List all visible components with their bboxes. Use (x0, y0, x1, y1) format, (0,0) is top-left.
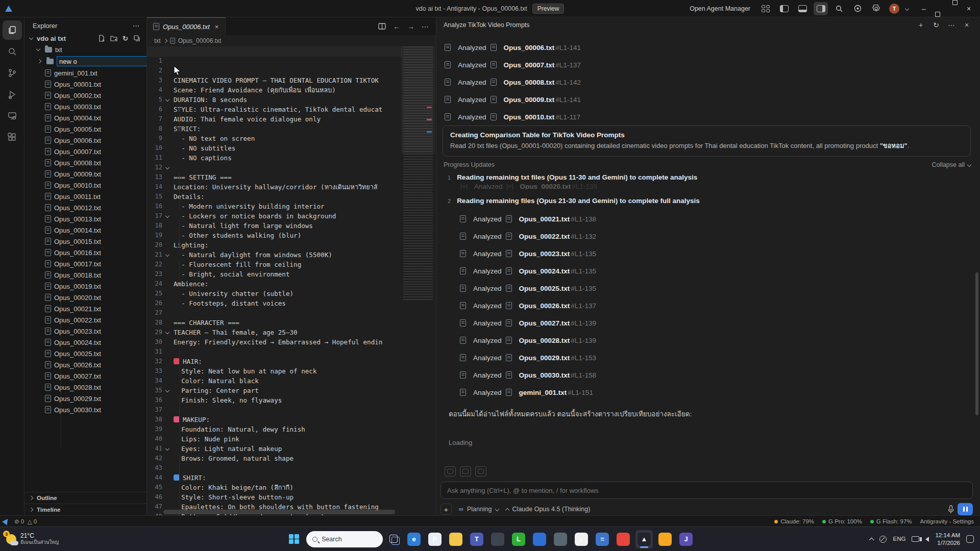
remote-explorer-icon[interactable] (3, 106, 22, 126)
history-icon[interactable]: ↻ (930, 19, 942, 31)
analyzed-file[interactable]: gemini_001.txt (519, 389, 567, 396)
folder-txt[interactable]: txt (24, 44, 146, 55)
settings-link[interactable]: Antigravity - Settings (920, 518, 974, 524)
file-tree-item[interactable]: Opus_00019.txt (24, 281, 146, 292)
explorer-more-icon[interactable]: ⋯ (133, 22, 139, 30)
quota-metric[interactable]: G Flash: 97% (870, 518, 912, 524)
file-tree-item[interactable]: Opus_00013.txt (24, 213, 146, 224)
file-tree-item[interactable]: Opus_00005.txt (24, 123, 146, 135)
notification-center-icon[interactable] (966, 535, 974, 543)
file-tree-item[interactable]: Opus_00025.txt (24, 348, 146, 359)
file-tree-item[interactable]: Opus_00022.txt (24, 314, 146, 325)
code-line[interactable]: 27 TEACHER — Thai female, age 25–30 (147, 298, 402, 308)
analyzed-row[interactable]: Analyzed Opus_00008.txt #L1-142 (445, 73, 965, 91)
analyzed-file[interactable]: Opus_00009.txt (504, 96, 555, 104)
add-context-button[interactable]: + (440, 504, 452, 515)
extensions-icon[interactable] (3, 128, 22, 147)
code-line[interactable]: 4 STYLE: Ultra-realistic cinematic, TikT… (147, 76, 402, 85)
analyzed-row-clipped[interactable]: Analyzed Opus_00020.txt #L1-135 (461, 184, 597, 189)
file-tree-item[interactable]: Opus_00028.txt (24, 382, 146, 393)
code-line[interactable]: 40 Brows: Groomed, natural shape (147, 424, 402, 434)
new-conversation-icon[interactable]: + (915, 19, 927, 31)
code-line[interactable]: 23 - University chatter (subtle) (147, 260, 402, 269)
taskbar-app-icon[interactable]: T (468, 530, 485, 548)
quota-metric[interactable]: G Pro: 100% (822, 518, 862, 524)
toggle-left-panel-icon[interactable] (777, 2, 791, 15)
taskbar-search[interactable]: Search (306, 531, 383, 547)
do-not-disturb-icon[interactable] (879, 536, 887, 543)
file-tree-item[interactable]: Opus_00007.txt (24, 146, 146, 157)
fold-chevron-icon[interactable] (165, 97, 169, 102)
taskbar-app-icon[interactable] (489, 530, 506, 548)
code-line[interactable]: 41 (147, 434, 402, 444)
menu-item[interactable] (68, 7, 78, 11)
code-line[interactable]: 29 (147, 318, 402, 328)
nav-back-icon[interactable]: ← (393, 22, 400, 31)
rename-folder-input[interactable] (57, 56, 152, 66)
code-line[interactable]: 33 Parting: Center part (147, 357, 402, 366)
antigravity-logo-icon[interactable] (850, 2, 865, 15)
taskbar-app-icon[interactable]: L (510, 530, 527, 548)
timeline-section[interactable]: Timeline (24, 504, 146, 515)
code-line[interactable]: 15 - Lockers or notice boards in backgro… (147, 182, 402, 192)
analyzed-row[interactable]: Analyzed Opus_00028.txt #L1-139 (460, 332, 960, 349)
account-avatar[interactable]: T (887, 2, 901, 15)
code-line[interactable]: 22 Ambience: (147, 250, 402, 260)
file-tree-item[interactable]: Opus_00016.txt (24, 247, 146, 258)
taskbar-app-icon[interactable]: e (405, 530, 423, 548)
panel-close-icon[interactable]: × (961, 19, 973, 31)
collapse-folders-icon[interactable] (133, 35, 140, 42)
file-tree-item[interactable]: Opus_00009.txt (24, 168, 146, 180)
analyzed-row[interactable]: Analyzed Opus_00030.txt #L1-158 (460, 366, 960, 384)
taskbar-app-icon[interactable] (615, 530, 632, 548)
analyzed-row[interactable]: Analyzed gemini_001.txt #L1-151 (460, 384, 960, 401)
code-line[interactable]: 39 Eyes: Light natural makeup (147, 415, 402, 424)
code-line[interactable]: 42 SHIRT: (147, 444, 402, 454)
file-tree-item[interactable]: Opus_00004.txt (24, 112, 146, 123)
analyzed-file[interactable]: Opus_00023.txt (519, 250, 570, 258)
code-line[interactable]: 9 - NO captions (147, 124, 402, 134)
code-area[interactable]: 1 CINEMATIC VIDEO PROMPT — THAI DENTAL E… (147, 46, 402, 515)
code-line[interactable]: 46 Buttons: Gold/brass down center front (147, 483, 402, 492)
code-line[interactable]: 31 Style: Neat low bun at nape of neck (147, 337, 402, 347)
file-tree-item[interactable]: Opus_00029.txt (24, 393, 146, 404)
menu-item[interactable] (89, 7, 98, 11)
code-line[interactable]: 12 Location: University hallway/corridor… (147, 153, 402, 163)
clock[interactable]: 12:14 AM 1/7/2026 (935, 532, 960, 546)
toggle-bottom-panel-icon[interactable] (795, 2, 810, 15)
file-tree-item[interactable]: gemini_001.txt (24, 67, 146, 79)
analyzed-row[interactable]: Analyzed Opus_00027.txt #L1-139 (460, 314, 960, 332)
taskbar-app-icon[interactable]: ▲ (635, 530, 653, 548)
send-button[interactable] (958, 503, 973, 515)
code-line[interactable]: 8 - NO subtitles (147, 114, 402, 124)
task-view-button[interactable] (386, 532, 402, 547)
code-line[interactable]: 45 Epaulettes: On both shoulders with bu… (147, 473, 402, 483)
file-tree-item[interactable]: Opus_00017.txt (24, 258, 146, 269)
file-tree-item[interactable]: Opus_00010.txt (24, 180, 146, 191)
menu-item[interactable] (48, 7, 57, 11)
file-tree-item[interactable]: Opus_00027.txt (24, 370, 146, 382)
image-tool-icon[interactable] (445, 466, 456, 477)
code-line[interactable]: 30 HAIR: (147, 328, 402, 337)
analyzed-row[interactable]: Analyzed Opus_00023.txt #L1-135 (460, 245, 960, 262)
split-editor-icon[interactable] (378, 23, 386, 30)
code-line[interactable]: 26 === CHARACTER === (147, 289, 402, 298)
file-tree-item[interactable]: Opus_00030.txt (24, 404, 146, 415)
analyzed-file[interactable]: Opus_00026.txt (519, 302, 570, 310)
code-line[interactable]: 35 (147, 376, 402, 386)
avatar-chevron-icon[interactable] (905, 6, 909, 10)
run-debug-icon[interactable] (3, 85, 22, 104)
remote-indicator-icon[interactable] (2, 517, 10, 525)
menu-item[interactable] (58, 7, 67, 11)
customize-layout-icon[interactable] (758, 2, 773, 15)
code-line[interactable]: 2 Scene: Friend Avoidance (คุยกับเพื่อน … (147, 56, 402, 66)
tab-opus-00006[interactable]: Opus_00006.txt × (147, 17, 226, 35)
file-tree-item[interactable]: Opus_00026.txt (24, 359, 146, 370)
code-line[interactable]: 25 (147, 279, 402, 289)
menu-item[interactable] (28, 7, 37, 11)
analyzed-row[interactable]: Analyzed Opus_00007.txt #L1-137 (445, 56, 965, 73)
analyzed-file[interactable]: Opus_00027.txt (519, 319, 570, 327)
code-line[interactable]: 6 STRICT: (147, 95, 402, 105)
analyzed-row[interactable]: Analyzed Opus_00022.txt #L1-132 (460, 228, 960, 245)
fold-chevron-icon[interactable] (165, 165, 169, 169)
